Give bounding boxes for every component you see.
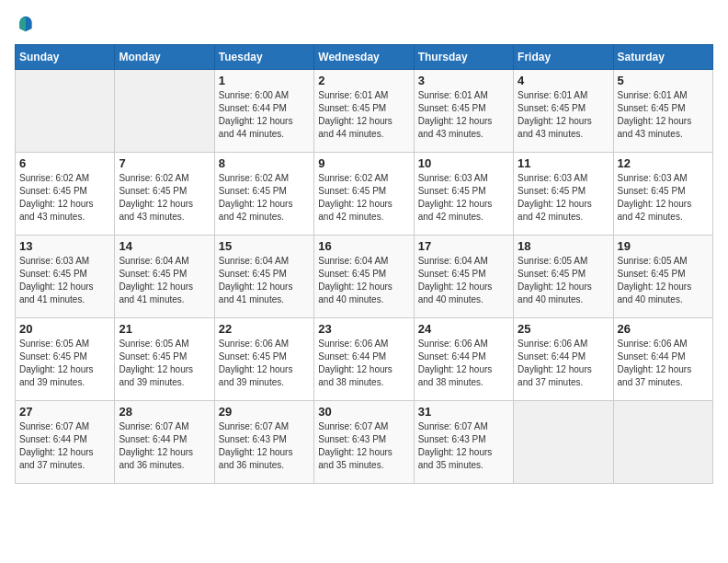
cell-daylight: Daylight: 12 hours and 42 minutes. <box>618 199 692 222</box>
cell-sunrise: Sunrise: 6:06 AM <box>318 339 388 349</box>
cell-sunset: Sunset: 6:43 PM <box>418 434 486 444</box>
cell-daylight: Daylight: 12 hours and 43 minutes. <box>618 116 692 139</box>
logo-icon <box>17 15 35 33</box>
calendar-week-row: 6 Sunrise: 6:02 AM Sunset: 6:45 PM Dayli… <box>16 153 713 236</box>
cell-sunrise: Sunrise: 6:07 AM <box>219 421 289 431</box>
cell-daylight: Daylight: 12 hours and 43 minutes. <box>19 199 94 222</box>
day-header-tuesday: Tuesday <box>214 45 313 70</box>
calendar-cell: 6 Sunrise: 6:02 AM Sunset: 6:45 PM Dayli… <box>16 153 115 236</box>
day-number: 23 <box>318 322 409 336</box>
calendar-week-row: 20 Sunrise: 6:05 AM Sunset: 6:45 PM Dayl… <box>16 318 713 401</box>
cell-sunset: Sunset: 6:45 PM <box>418 186 486 196</box>
calendar-cell: 2 Sunrise: 6:01 AM Sunset: 6:45 PM Dayli… <box>314 70 414 153</box>
cell-daylight: Daylight: 12 hours and 40 minutes. <box>618 282 692 304</box>
cell-sunset: Sunset: 6:45 PM <box>119 351 187 362</box>
cell-sunrise: Sunrise: 6:06 AM <box>219 339 289 349</box>
cell-daylight: Daylight: 12 hours and 42 minutes. <box>318 199 392 222</box>
cell-sunset: Sunset: 6:45 PM <box>618 103 686 113</box>
cell-daylight: Daylight: 12 hours and 37 minutes. <box>19 447 94 470</box>
cell-sunset: Sunset: 6:45 PM <box>119 269 187 279</box>
day-number: 16 <box>318 239 409 253</box>
cell-sunset: Sunset: 6:44 PM <box>219 103 287 113</box>
cell-sunset: Sunset: 6:45 PM <box>219 269 287 279</box>
cell-sunrise: Sunrise: 6:06 AM <box>618 339 688 349</box>
cell-daylight: Daylight: 12 hours and 42 minutes. <box>219 199 293 222</box>
cell-sunrise: Sunrise: 6:01 AM <box>318 90 388 100</box>
cell-sunset: Sunset: 6:45 PM <box>19 351 87 362</box>
day-header-thursday: Thursday <box>414 45 513 70</box>
cell-daylight: Daylight: 12 hours and 36 minutes. <box>119 447 193 470</box>
day-number: 12 <box>618 156 709 170</box>
day-number: 15 <box>219 239 310 253</box>
calendar-cell: 1 Sunrise: 6:00 AM Sunset: 6:44 PM Dayli… <box>214 70 313 153</box>
cell-sunrise: Sunrise: 6:00 AM <box>219 90 289 100</box>
calendar-cell <box>16 70 115 153</box>
cell-sunset: Sunset: 6:45 PM <box>618 186 686 196</box>
day-number: 27 <box>19 405 110 419</box>
cell-sunset: Sunset: 6:44 PM <box>518 351 586 362</box>
day-number: 4 <box>518 74 609 87</box>
cell-sunset: Sunset: 6:45 PM <box>418 103 486 113</box>
calendar-header-row: SundayMondayTuesdayWednesdayThursdayFrid… <box>16 45 713 70</box>
cell-daylight: Daylight: 12 hours and 35 minutes. <box>318 447 392 470</box>
calendar-cell: 11 Sunrise: 6:03 AM Sunset: 6:45 PM Dayl… <box>514 153 613 236</box>
calendar-week-row: 1 Sunrise: 6:00 AM Sunset: 6:44 PM Dayli… <box>16 70 713 153</box>
cell-daylight: Daylight: 12 hours and 44 minutes. <box>219 116 293 139</box>
cell-sunset: Sunset: 6:45 PM <box>518 186 586 196</box>
day-number: 7 <box>119 156 210 170</box>
cell-daylight: Daylight: 12 hours and 40 minutes. <box>518 282 592 304</box>
cell-sunrise: Sunrise: 6:06 AM <box>418 339 488 349</box>
calendar-cell: 13 Sunrise: 6:03 AM Sunset: 6:45 PM Dayl… <box>16 236 115 318</box>
day-number: 11 <box>518 156 609 170</box>
cell-sunset: Sunset: 6:45 PM <box>19 186 87 196</box>
day-number: 31 <box>418 405 509 419</box>
calendar-cell: 29 Sunrise: 6:07 AM Sunset: 6:43 PM Dayl… <box>214 401 313 484</box>
cell-sunrise: Sunrise: 6:05 AM <box>618 256 688 266</box>
day-number: 19 <box>618 239 709 253</box>
cell-sunrise: Sunrise: 6:05 AM <box>518 256 587 266</box>
day-number: 29 <box>219 405 310 419</box>
page-header <box>15 15 713 33</box>
cell-sunset: Sunset: 6:44 PM <box>19 434 87 444</box>
cell-sunrise: Sunrise: 6:04 AM <box>119 256 188 266</box>
calendar-cell: 28 Sunrise: 6:07 AM Sunset: 6:44 PM Dayl… <box>115 401 214 484</box>
cell-sunrise: Sunrise: 6:01 AM <box>618 90 688 100</box>
calendar-cell: 16 Sunrise: 6:04 AM Sunset: 6:45 PM Dayl… <box>314 236 414 318</box>
calendar-cell: 22 Sunrise: 6:06 AM Sunset: 6:45 PM Dayl… <box>214 318 313 401</box>
calendar-cell: 8 Sunrise: 6:02 AM Sunset: 6:45 PM Dayli… <box>214 153 313 236</box>
cell-daylight: Daylight: 12 hours and 43 minutes. <box>518 116 592 139</box>
cell-daylight: Daylight: 12 hours and 41 minutes. <box>19 282 94 304</box>
calendar-cell: 10 Sunrise: 6:03 AM Sunset: 6:45 PM Dayl… <box>414 153 513 236</box>
calendar-cell: 20 Sunrise: 6:05 AM Sunset: 6:45 PM Dayl… <box>16 318 115 401</box>
cell-daylight: Daylight: 12 hours and 41 minutes. <box>119 282 193 304</box>
cell-sunset: Sunset: 6:45 PM <box>219 186 287 196</box>
day-header-monday: Monday <box>115 45 214 70</box>
cell-sunrise: Sunrise: 6:02 AM <box>318 173 388 183</box>
cell-sunset: Sunset: 6:45 PM <box>219 351 287 362</box>
cell-daylight: Daylight: 12 hours and 40 minutes. <box>418 282 493 304</box>
day-header-saturday: Saturday <box>613 45 712 70</box>
cell-daylight: Daylight: 12 hours and 35 minutes. <box>418 447 493 470</box>
cell-sunrise: Sunrise: 6:04 AM <box>219 256 289 266</box>
cell-sunrise: Sunrise: 6:03 AM <box>418 173 488 183</box>
cell-sunrise: Sunrise: 6:06 AM <box>518 339 587 349</box>
cell-sunrise: Sunrise: 6:07 AM <box>318 421 388 431</box>
calendar-cell: 30 Sunrise: 6:07 AM Sunset: 6:43 PM Dayl… <box>314 401 414 484</box>
day-number: 2 <box>318 74 409 87</box>
cell-daylight: Daylight: 12 hours and 39 minutes. <box>19 364 94 387</box>
calendar-cell: 12 Sunrise: 6:03 AM Sunset: 6:45 PM Dayl… <box>613 153 712 236</box>
calendar-cell: 27 Sunrise: 6:07 AM Sunset: 6:44 PM Dayl… <box>16 401 115 484</box>
day-number: 18 <box>518 239 609 253</box>
calendar-cell: 3 Sunrise: 6:01 AM Sunset: 6:45 PM Dayli… <box>414 70 513 153</box>
cell-sunrise: Sunrise: 6:04 AM <box>418 256 488 266</box>
day-number: 30 <box>318 405 409 419</box>
day-header-sunday: Sunday <box>16 45 115 70</box>
day-number: 21 <box>119 322 210 336</box>
cell-sunrise: Sunrise: 6:05 AM <box>19 339 89 349</box>
day-number: 1 <box>219 74 310 87</box>
cell-daylight: Daylight: 12 hours and 44 minutes. <box>318 116 392 139</box>
cell-sunset: Sunset: 6:45 PM <box>318 186 386 196</box>
cell-sunrise: Sunrise: 6:03 AM <box>518 173 587 183</box>
day-number: 10 <box>418 156 509 170</box>
day-number: 24 <box>418 322 509 336</box>
